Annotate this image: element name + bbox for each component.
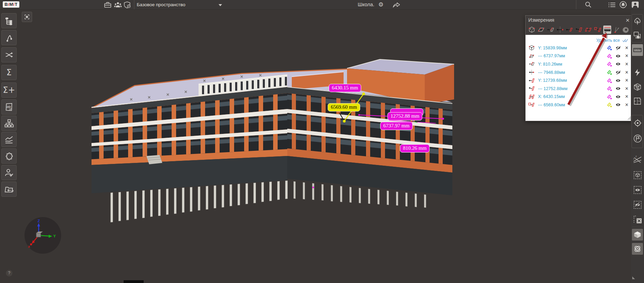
account-icon[interactable] bbox=[631, 1, 640, 8]
paint-color-button[interactable] bbox=[605, 94, 614, 99]
solid-view-button[interactable] bbox=[632, 229, 643, 241]
tool-measure-ruler[interactable] bbox=[603, 26, 611, 34]
tool-measure-edge[interactable] bbox=[547, 26, 555, 34]
paint-color-button[interactable] bbox=[605, 45, 614, 50]
visibility-toggle-off[interactable] bbox=[614, 46, 623, 50]
clash-button[interactable] bbox=[632, 67, 643, 78]
section-box-button[interactable] bbox=[632, 81, 643, 93]
tool-measure-angle[interactable] bbox=[613, 26, 621, 34]
fit-view-button[interactable] bbox=[22, 12, 32, 22]
delete-measurement-button[interactable]: × bbox=[623, 86, 631, 91]
visibility-toggle-on[interactable] bbox=[614, 95, 623, 99]
paint-color-button[interactable] bbox=[605, 61, 614, 67]
visibility-toggle-off[interactable] bbox=[614, 70, 623, 75]
measurement-row[interactable]: Y: 15839.98мм × bbox=[527, 44, 631, 52]
isolate-box-button[interactable] bbox=[632, 169, 643, 181]
flags-button[interactable] bbox=[632, 133, 643, 144]
search-icon[interactable] bbox=[584, 1, 593, 8]
paint-color-button[interactable] bbox=[605, 102, 614, 107]
sidebar-item-sum-add[interactable]: Σ+ bbox=[1, 82, 17, 98]
visibility-toggle-on[interactable] bbox=[614, 86, 623, 91]
paint-color-button[interactable] bbox=[605, 53, 614, 59]
delete-measurement-button[interactable]: × bbox=[623, 53, 631, 59]
selection-focus-button[interactable] bbox=[632, 30, 643, 41]
measurements-list: Удалить все Y: 15839.98мм bbox=[526, 35, 632, 121]
clear-box-button[interactable] bbox=[632, 214, 643, 225]
close-icon[interactable]: × bbox=[626, 17, 629, 23]
orbit-view-button[interactable] bbox=[632, 243, 643, 255]
floor-plans-button[interactable] bbox=[632, 95, 643, 107]
tool-measure-point-plane-axis[interactable] bbox=[575, 26, 583, 34]
flag-icon bbox=[633, 134, 642, 143]
measurements-button-active[interactable] bbox=[632, 44, 643, 56]
tool-measure-point-plane[interactable] bbox=[565, 26, 573, 34]
section-lines-button[interactable]: 2 1 bbox=[632, 154, 643, 165]
visibility-toggle-on[interactable] bbox=[614, 78, 623, 83]
delete-measurement-button[interactable]: × bbox=[623, 61, 631, 67]
show-box-button[interactable] bbox=[632, 184, 643, 196]
list-icon[interactable] bbox=[607, 1, 616, 8]
tool-measure-plane-plane[interactable] bbox=[584, 26, 592, 34]
measurement-row[interactable]: --- 12752.88мм × bbox=[527, 85, 631, 93]
measurement-label[interactable]: 6569.60 mm bbox=[328, 103, 360, 111]
axis-navigation-gizmo[interactable]: Z Y X bbox=[23, 216, 62, 256]
sidebar-item-plugins[interactable] bbox=[1, 148, 17, 164]
clear-selection-icon bbox=[633, 215, 642, 224]
measurement-label[interactable]: 6737.97 mm bbox=[380, 122, 413, 130]
sidebar-item-assignments[interactable] bbox=[1, 165, 17, 180]
delete-measurement-button[interactable]: × bbox=[623, 78, 631, 83]
chevron-down-icon[interactable] bbox=[219, 4, 222, 6]
sidebar-item-sheets-2d[interactable]: 2D bbox=[1, 99, 17, 115]
sidebar-item-sum[interactable]: Σ bbox=[1, 65, 17, 80]
delete-all-link[interactable]: Удалить все bbox=[596, 38, 620, 43]
paint-color-button[interactable] bbox=[605, 78, 614, 83]
tool-measure-model[interactable] bbox=[528, 26, 536, 34]
tool-measure-point-point[interactable] bbox=[556, 26, 564, 34]
tool-measure-settings[interactable] bbox=[622, 26, 630, 34]
delete-measurement-button[interactable]: × bbox=[623, 102, 631, 108]
share-icon[interactable] bbox=[392, 1, 401, 8]
measurement-row[interactable]: Y: 12739.68мм × bbox=[527, 76, 631, 85]
hide-box-button[interactable] bbox=[632, 199, 643, 211]
visibility-toggle-on[interactable] bbox=[614, 54, 623, 58]
sigma-plus-icon: Σ+ bbox=[3, 86, 15, 94]
sidebar-item-model-structure[interactable] bbox=[1, 13, 17, 28]
measurement-label[interactable]: 12752.88 mm bbox=[387, 112, 422, 120]
delete-measurement-button[interactable]: × bbox=[623, 70, 631, 75]
workspace-selector[interactable]: Базовое пространство bbox=[137, 0, 185, 9]
team-icon[interactable] bbox=[113, 1, 122, 8]
gear-icon[interactable]: ⚙ bbox=[376, 1, 385, 8]
paint-color-button[interactable] bbox=[605, 70, 614, 75]
measurement-row[interactable]: --- 7946.88мм × bbox=[527, 68, 631, 77]
measurement-label[interactable]: 810.26 mm bbox=[400, 144, 430, 153]
measurement-row[interactable]: Y: 810.26мм × bbox=[527, 60, 631, 68]
tool-measure-plane-plane-axis[interactable] bbox=[594, 26, 602, 34]
help-button[interactable]: ? bbox=[6, 270, 12, 276]
hide-eye-icon bbox=[633, 201, 642, 209]
notifications-icon[interactable] bbox=[619, 1, 628, 8]
double-check-icon[interactable] bbox=[622, 38, 628, 42]
tool-measure-plane[interactable] bbox=[537, 26, 545, 34]
app-logo[interactable]: BiMiT bbox=[3, 1, 19, 8]
sidebar-item-classifier[interactable] bbox=[1, 116, 17, 131]
sidebar-item-connections[interactable] bbox=[1, 47, 17, 62]
target-icon bbox=[633, 119, 642, 127]
measurement-row[interactable]: X: 6430.15мм × bbox=[527, 93, 631, 101]
resize-corner-icon[interactable] bbox=[632, 276, 636, 279]
briefcase-icon[interactable] bbox=[103, 1, 112, 8]
visibility-toggle-on[interactable] bbox=[614, 62, 623, 66]
visibility-toggle-on[interactable] bbox=[614, 103, 623, 107]
delete-measurement-button[interactable]: × bbox=[623, 94, 631, 99]
paint-color-button[interactable] bbox=[605, 86, 614, 91]
sidebar-item-dependencies[interactable] bbox=[1, 30, 17, 45]
locate-button[interactable] bbox=[632, 117, 643, 129]
measurement-label[interactable]: 6430.15 mm bbox=[329, 84, 361, 92]
environment-button[interactable] bbox=[632, 16, 643, 27]
measurement-row[interactable]: --- 6737.97мм × bbox=[527, 52, 631, 60]
shield-user-icon[interactable] bbox=[123, 1, 132, 8]
delete-measurement-button[interactable]: × bbox=[623, 45, 631, 51]
floorplan-icon bbox=[633, 97, 642, 105]
measurement-row[interactable]: --- 6569.60мм × bbox=[527, 101, 631, 109]
sidebar-item-charts[interactable] bbox=[1, 132, 17, 147]
sidebar-item-export-folder[interactable] bbox=[1, 182, 17, 197]
